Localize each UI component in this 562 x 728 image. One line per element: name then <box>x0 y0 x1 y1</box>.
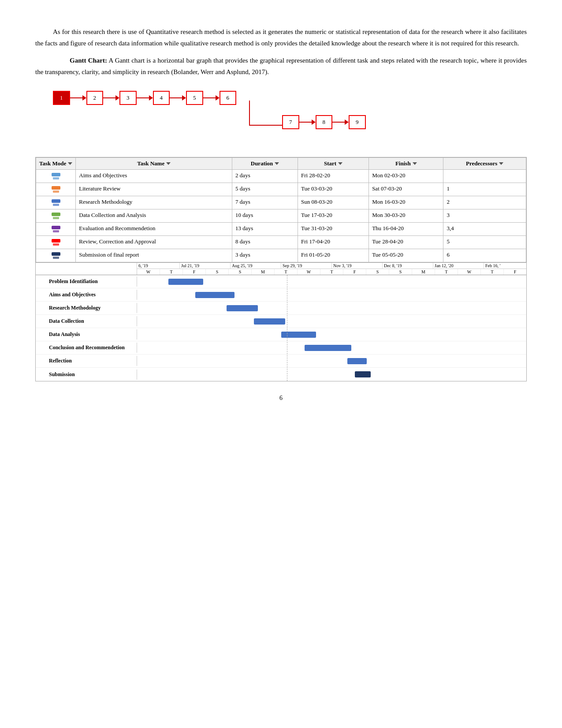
flow-diagram: 1 2 3 4 5 6 7 8 9 <box>35 91 527 139</box>
flow-arrow-4-5 <box>170 95 186 101</box>
flow-box-4: 4 <box>153 91 170 105</box>
filter-arrow-duration <box>275 162 279 165</box>
th-predecessors: Predecessors <box>443 158 526 170</box>
gantt-day-T4: T <box>435 269 458 275</box>
gantt-day-S2: S <box>229 269 252 275</box>
gantt-day-S1: S <box>206 269 229 275</box>
task-name-cell: Submission of final report <box>76 249 232 262</box>
finish-cell: Tue 28-04-20 <box>369 236 443 249</box>
start-cell: Tue 31-03-20 <box>298 223 368 236</box>
task-name-cell: Literature Review <box>76 183 232 196</box>
table-row: Evaluation and Recommendetion13 daysTue … <box>36 223 526 236</box>
finish-cell: Sat 07-03-20 <box>369 183 443 196</box>
gantt-date-headers: 6, '19 Jul 21, '19 Aug 25, '19 Sep 29, '… <box>137 263 526 275</box>
gantt-month-7: Jan 12, '20 <box>433 263 484 269</box>
gantt-bar-conclusion <box>305 345 351 351</box>
gantt-label-datacollection: Data Collection <box>36 316 137 326</box>
gantt-bar-problem <box>168 279 203 285</box>
table-row: Literature Review5 daysTue 03-03-20Sat 0… <box>36 183 526 196</box>
finish-cell: Mon 30-03-20 <box>369 209 443 223</box>
gantt-day-row: W T F S S M T W T F S S M T W T F <box>137 269 526 275</box>
gantt-month-2: Jul 21, '19 <box>180 263 231 269</box>
filter-arrow-predecessors <box>499 162 503 165</box>
start-cell: Fri 28-02-20 <box>298 170 368 183</box>
gantt-label-dataanalysis: Data Analysis <box>36 329 137 340</box>
table-row: Data Collection and Analysis10 daysTue 1… <box>36 209 526 223</box>
gantt-row-methodology: Research Methodology <box>36 302 526 315</box>
task-name-cell: Research Methodology <box>76 196 232 209</box>
flow-box-9: 9 <box>349 115 366 129</box>
finish-cell: Mon 02-03-20 <box>369 170 443 183</box>
task-mode-cell <box>36 249 76 262</box>
flow-connector-v <box>249 101 250 125</box>
duration-cell: 10 days <box>232 209 298 223</box>
finish-cell: Thu 16-04-20 <box>369 223 443 236</box>
predecessors-cell: 3 <box>443 209 526 223</box>
flow-box-1: 1 <box>53 91 70 105</box>
gantt-day-T5: T <box>481 269 504 275</box>
gantt-table: Task Mode Task Name Duration <box>36 157 526 262</box>
th-finish: Finish <box>369 158 443 170</box>
gantt-desc: A Gantt chart is a horizontal bar graph … <box>35 57 527 75</box>
gantt-row-aims: Aims and Objectives <box>36 288 526 302</box>
gantt-month-1: 6, '19 <box>137 263 180 269</box>
flow-arrow-7-8 <box>299 119 316 125</box>
gantt-bar-area-methodology <box>137 303 526 313</box>
gantt-bar-dataanalysis <box>281 332 316 338</box>
gantt-bar-area-dataanalysis <box>137 330 526 340</box>
task-mode-cell <box>36 183 76 196</box>
duration-cell: 3 days <box>232 249 298 262</box>
table-row: Research Methodology7 daysSun 08-03-20Mo… <box>36 196 526 209</box>
gantt-month-4: Sep 29, '19 <box>281 263 332 269</box>
gantt-row-conclusion: Conclusion and Recommendetion <box>36 341 526 355</box>
gantt-label-submission: Submission <box>36 370 137 380</box>
duration-cell: 7 days <box>232 196 298 209</box>
gantt-bar-reflection <box>347 358 367 364</box>
gantt-day-W2: W <box>298 269 320 275</box>
gantt-bar-area-reflection <box>137 356 526 366</box>
predecessors-cell: 1 <box>443 183 526 196</box>
flow-arrow-2-3 <box>103 95 119 101</box>
predecessors-cell <box>443 170 526 183</box>
flow-box-2: 2 <box>86 91 104 105</box>
flow-box-8: 8 <box>316 115 333 129</box>
filter-arrow-task-mode <box>68 162 72 165</box>
th-task-name: Task Name <box>76 158 232 170</box>
gantt-day-T1: T <box>160 269 183 275</box>
flow-row-1: 1 2 3 4 5 6 <box>53 91 236 105</box>
gantt-label-aims: Aims and Objectives <box>36 290 137 300</box>
filter-arrow-finish <box>413 162 417 165</box>
table-row: Review, Correction and Approval8 daysFri… <box>36 236 526 249</box>
flow-box-7: 7 <box>282 115 299 129</box>
page-number: 6 <box>35 395 527 402</box>
th-duration: Duration <box>232 158 298 170</box>
predecessors-cell: 2 <box>443 196 526 209</box>
gantt-timeline-header: 6, '19 Jul 21, '19 Aug 25, '19 Sep 29, '… <box>36 263 526 275</box>
gantt-day-T2: T <box>275 269 298 275</box>
gantt-table-wrapper: Task Mode Task Name Duration <box>35 157 527 263</box>
gantt-row-dataanalysis: Data Analysis <box>36 328 526 341</box>
gantt-bar-submission <box>355 371 370 377</box>
flow-arrow-5-6 <box>203 95 220 101</box>
gantt-month-8: Feb 16, ' <box>484 263 526 269</box>
gantt-row-datacollection: Data Collection <box>36 315 526 328</box>
table-row: Aims and Objectives2 daysFri 28-02-20Mon… <box>36 170 526 183</box>
gantt-day-F2: F <box>343 269 366 275</box>
task-name-cell: Data Collection and Analysis <box>76 209 232 223</box>
gantt-chart-section: 6, '19 Jul 21, '19 Aug 25, '19 Sep 29, '… <box>35 263 527 381</box>
flow-arrow-8-9 <box>332 119 349 125</box>
duration-cell: 2 days <box>232 170 298 183</box>
finish-cell: Mon 16-03-20 <box>369 196 443 209</box>
finish-cell: Tue 05-05-20 <box>369 249 443 262</box>
gantt-day-F3: F <box>504 269 526 275</box>
flow-arrow-3-4 <box>137 95 153 101</box>
gantt-day-M2: M <box>412 269 435 275</box>
task-mode-cell <box>36 223 76 236</box>
task-mode-cell <box>36 209 76 223</box>
flow-row-2: 7 8 9 <box>282 115 366 129</box>
flow-box-5: 5 <box>186 91 203 105</box>
duration-cell: 13 days <box>232 223 298 236</box>
gantt-bar-area-datacollection <box>137 317 526 326</box>
gantt-bar-area-aims <box>137 290 526 300</box>
table-row: Submission of final report3 daysFri 01-0… <box>36 249 526 262</box>
